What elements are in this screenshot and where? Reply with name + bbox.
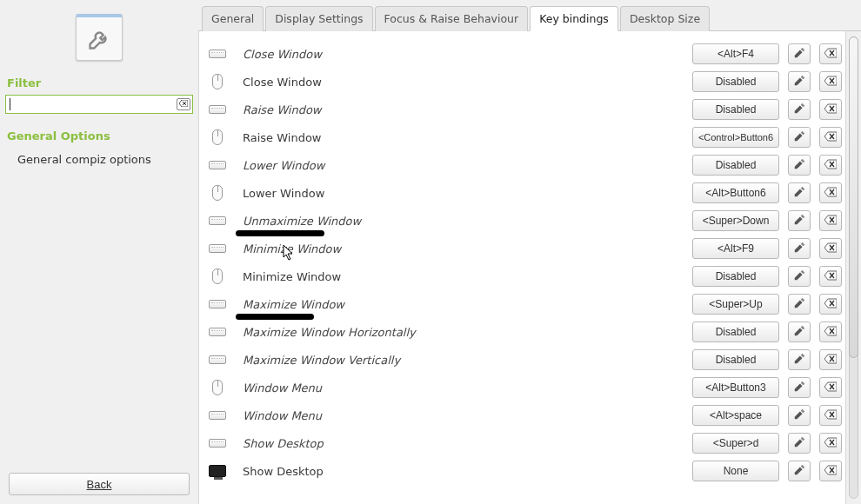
edit-binding-button[interactable] <box>788 322 811 342</box>
binding-row: Show Desktop<Super>d <box>208 429 842 457</box>
binding-label: Show Desktop <box>236 465 684 478</box>
binding-value-button[interactable]: Disabled <box>692 155 779 176</box>
clear-binding-button[interactable] <box>819 266 842 287</box>
filter-heading: Filter <box>5 73 193 95</box>
edit-binding-button[interactable] <box>788 377 811 398</box>
binding-value-button[interactable]: <Super>Up <box>692 294 779 315</box>
sidebar-item-general-compiz[interactable]: General compiz options <box>5 148 193 171</box>
edit-binding-button[interactable] <box>788 349 811 370</box>
keyboard-icon <box>208 352 227 368</box>
clear-binding-button[interactable] <box>819 155 842 176</box>
binding-row: Maximize Window HorizontallyDisabled <box>208 318 842 346</box>
binding-label: Close Window <box>236 76 684 89</box>
tab-desktop-size[interactable]: Desktop Size <box>620 6 710 31</box>
spacer <box>5 171 193 469</box>
backspace-x-icon <box>824 215 837 228</box>
binding-row: Unmaximize Window<Super>Down <box>208 207 842 235</box>
binding-value-button[interactable]: <Alt>F4 <box>692 43 779 64</box>
clear-binding-button[interactable] <box>819 210 842 231</box>
backspace-x-icon <box>824 187 837 200</box>
main: GeneralDisplay SettingsFocus & Raise Beh… <box>198 0 861 504</box>
binding-value-button[interactable]: <Alt>space <box>692 405 779 426</box>
binding-row: Raise WindowDisabled <box>208 96 842 123</box>
binding-value-button[interactable]: None <box>692 461 779 481</box>
edit-binding-button[interactable] <box>788 127 811 148</box>
binding-row: Show DesktopNone <box>208 457 842 485</box>
binding-label: Show Desktop <box>236 437 684 450</box>
backspace-x-icon <box>824 103 837 116</box>
edit-binding-button[interactable] <box>788 433 811 454</box>
binding-row: Lower WindowDisabled <box>208 151 842 179</box>
binding-label: Close Window <box>236 48 684 61</box>
mouse-icon <box>208 129 227 145</box>
edit-binding-button[interactable] <box>788 405 811 426</box>
clear-binding-button[interactable] <box>819 127 842 148</box>
binding-value-button[interactable]: Disabled <box>692 322 779 342</box>
clear-binding-button[interactable] <box>819 461 842 481</box>
mouse-icon <box>208 269 227 284</box>
clear-binding-button[interactable] <box>819 71 842 92</box>
backspace-x-icon <box>824 409 837 422</box>
clear-binding-button[interactable] <box>819 377 842 398</box>
pencil-icon <box>793 325 805 340</box>
pencil-icon <box>793 130 805 145</box>
binding-row: Close WindowDisabled <box>208 68 842 96</box>
annotation-scribble <box>709 230 763 231</box>
pencil-icon <box>793 297 805 312</box>
filter-input[interactable] <box>11 96 177 113</box>
edit-binding-button[interactable] <box>788 43 811 64</box>
backspace-x-icon <box>179 100 188 107</box>
keyboard-icon <box>208 213 227 229</box>
binding-value-button[interactable]: <Control>Button6 <box>692 127 779 148</box>
scrollbar[interactable] <box>845 31 861 504</box>
binding-value-button[interactable]: <Alt>Button3 <box>692 377 779 398</box>
pencil-icon <box>793 158 805 173</box>
bindings-list: Close Window<Alt>F4Close WindowDisabledR… <box>199 31 845 504</box>
clear-binding-button[interactable] <box>819 349 842 370</box>
back-button[interactable]: Back <box>9 473 190 495</box>
filter-box[interactable] <box>5 95 193 114</box>
clear-binding-button[interactable] <box>819 322 842 342</box>
clear-binding-button[interactable] <box>819 433 842 454</box>
pencil-icon <box>793 381 805 395</box>
binding-value-button[interactable]: <Alt>Button6 <box>692 182 779 203</box>
backspace-x-icon <box>824 48 837 61</box>
tab-general[interactable]: General <box>202 6 264 31</box>
clear-binding-button[interactable] <box>819 43 842 64</box>
binding-label: Raise Window <box>236 131 684 144</box>
edit-binding-button[interactable] <box>788 294 811 315</box>
edit-binding-button[interactable] <box>788 99 811 120</box>
edit-binding-button[interactable] <box>788 182 811 203</box>
edit-binding-button[interactable] <box>788 238 811 259</box>
binding-value-button[interactable]: Disabled <box>692 99 779 120</box>
binding-label: Unmaximize Window <box>236 215 684 228</box>
pencil-icon <box>793 408 805 423</box>
binding-value-button[interactable]: <Alt>F9 <box>692 238 779 259</box>
edit-binding-button[interactable] <box>788 210 811 231</box>
edit-binding-button[interactable] <box>788 266 811 287</box>
clear-binding-button[interactable] <box>819 99 842 120</box>
tab-focus-raise-behaviour[interactable]: Focus & Raise Behaviour <box>375 6 529 31</box>
clear-binding-button[interactable] <box>819 294 842 315</box>
pencil-icon <box>793 103 805 117</box>
tab-key-bindings[interactable]: Key bindings <box>530 6 618 31</box>
edit-binding-button[interactable] <box>788 461 811 481</box>
binding-value-button[interactable]: <Super>Down <box>692 210 779 231</box>
binding-label: Window Menu <box>236 409 684 422</box>
pencil-icon <box>793 75 805 90</box>
scrollbar-thumb[interactable] <box>849 36 858 358</box>
clear-filter-button[interactable] <box>177 98 190 110</box>
backspace-x-icon <box>824 298 837 311</box>
tab-display-settings[interactable]: Display Settings <box>265 6 372 31</box>
clear-binding-button[interactable] <box>819 405 842 426</box>
edit-binding-button[interactable] <box>788 155 811 176</box>
binding-value-button[interactable]: Disabled <box>692 349 779 370</box>
binding-value-button[interactable]: Disabled <box>692 266 779 287</box>
edit-binding-button[interactable] <box>788 71 811 92</box>
clear-binding-button[interactable] <box>819 238 842 259</box>
binding-value-button[interactable]: Disabled <box>692 71 779 92</box>
options-heading: General Options <box>5 126 193 148</box>
clear-binding-button[interactable] <box>819 182 842 203</box>
binding-label: Minimize Window <box>236 270 684 283</box>
binding-value-button[interactable]: <Super>d <box>692 433 779 454</box>
